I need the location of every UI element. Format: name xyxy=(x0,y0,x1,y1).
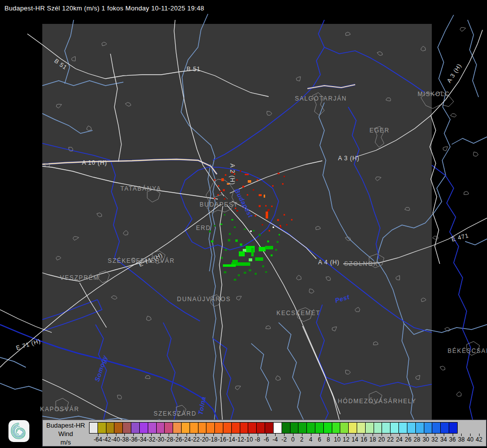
radar-echo xyxy=(240,170,241,172)
radar-echo xyxy=(209,230,211,232)
radar-echo xyxy=(280,225,281,226)
radar-echo xyxy=(271,206,273,207)
legend-bin xyxy=(198,422,207,434)
radar-echo xyxy=(218,185,219,187)
settlement-outline xyxy=(73,236,79,240)
radar-echo xyxy=(257,179,258,181)
legend-tick-label: 22 xyxy=(387,436,393,443)
legend-tick-label: -42 xyxy=(102,436,111,443)
legend-label: Budapest-HR Wind m/s xyxy=(43,420,89,447)
settlement-outline xyxy=(123,230,128,235)
legend-bin xyxy=(240,422,249,434)
radar-echo xyxy=(223,189,225,191)
settlement-outline xyxy=(111,296,117,300)
radar-echo xyxy=(262,265,264,267)
weather-map-viewport: SALGÓTARJÁNMISKOLCEGERTATABÁNYABUDAPESTE… xyxy=(0,0,487,448)
radar-echo xyxy=(259,247,266,251)
radar-echo xyxy=(235,208,236,209)
radar-echo xyxy=(272,185,274,187)
legend-bin xyxy=(298,422,307,434)
legend-bin xyxy=(340,422,349,434)
settlement-outline xyxy=(117,395,122,399)
legend-units: m/s xyxy=(43,438,89,447)
legend-tick-label: -18 xyxy=(209,436,217,443)
radar-echo xyxy=(249,258,252,261)
radar-echo xyxy=(221,178,224,181)
radar-echo xyxy=(214,179,215,181)
radar-echo xyxy=(231,219,233,221)
met-cyclone-logo-icon xyxy=(8,420,30,443)
legend-tick-label: -6 xyxy=(264,436,269,443)
legend-tick-label: 6 xyxy=(318,436,321,443)
radar-echo xyxy=(223,264,236,267)
radar-echo xyxy=(234,173,235,175)
settlement-outline xyxy=(474,152,479,156)
radar-echo xyxy=(277,219,279,221)
settlement-outline xyxy=(416,375,420,380)
legend-tick-label: 10 xyxy=(334,436,340,443)
legend-bin xyxy=(273,422,282,434)
legend-tick-label: -24 xyxy=(182,436,191,443)
settlement-outline xyxy=(56,104,62,108)
legend-tick-label: -12 xyxy=(235,436,244,443)
legend-tick-label: 24 xyxy=(396,436,402,443)
settlement-outline xyxy=(396,276,400,280)
settlement-outline xyxy=(421,46,426,51)
radar-echo xyxy=(211,240,213,242)
legend-bin xyxy=(190,422,198,434)
radar-echo xyxy=(234,226,236,228)
radar-echo xyxy=(220,191,221,192)
settlement-outline xyxy=(125,103,131,107)
legend-bin xyxy=(440,422,449,434)
legend-color-bar xyxy=(89,422,458,434)
settlement-outline xyxy=(72,57,76,61)
legend-bin xyxy=(374,422,383,434)
radar-echo xyxy=(255,215,256,217)
legend-bin xyxy=(365,422,374,434)
legend-bin xyxy=(348,422,357,434)
settlement-outline xyxy=(276,376,281,381)
radar-echo xyxy=(277,241,279,243)
settlement-outline xyxy=(433,236,439,239)
settlement-outline xyxy=(440,366,445,370)
radar-echo xyxy=(224,271,226,273)
radar-echo xyxy=(259,234,261,236)
legend-tick-label: -4 xyxy=(273,436,278,443)
radar-echo xyxy=(231,172,233,173)
legend-tick-label: 2 xyxy=(300,436,303,443)
radar-echo xyxy=(271,254,273,256)
radar-echo xyxy=(224,198,225,200)
legend-tick-label: -22 xyxy=(191,436,199,443)
legend-bin xyxy=(323,422,332,434)
settlement-outline xyxy=(421,298,426,302)
settlement-outline xyxy=(309,289,314,293)
legend-tick-label: 42 xyxy=(476,436,482,443)
legend-bin xyxy=(156,422,165,434)
river-lines xyxy=(0,14,487,422)
legend-bin xyxy=(231,422,240,434)
legend-tick-label: 32 xyxy=(431,436,438,443)
legend-bin xyxy=(148,422,157,434)
radar-echo xyxy=(228,239,230,241)
radar-echo xyxy=(255,273,257,275)
legend-bin xyxy=(122,422,131,434)
legend-tick-label: 0 xyxy=(291,436,294,443)
settlement-outline xyxy=(464,191,469,195)
settlement-outline xyxy=(355,307,360,312)
radar-echo xyxy=(249,269,251,271)
motorway-lines xyxy=(42,85,355,174)
legend-bin xyxy=(315,422,324,434)
legend-bin xyxy=(214,422,223,434)
legend-bin xyxy=(256,422,265,434)
radar-echo xyxy=(269,230,270,231)
radar-echo xyxy=(273,226,274,228)
legend-tick-label: 12 xyxy=(343,436,349,443)
settlement-outline xyxy=(386,98,391,101)
radar-echo xyxy=(266,212,268,219)
settlement-outline xyxy=(102,42,107,46)
settlement-outline xyxy=(346,32,351,36)
radar-echo xyxy=(267,240,269,242)
radar-echo xyxy=(214,198,215,199)
settlement-outlines xyxy=(45,27,479,399)
radar-echo xyxy=(236,179,238,181)
